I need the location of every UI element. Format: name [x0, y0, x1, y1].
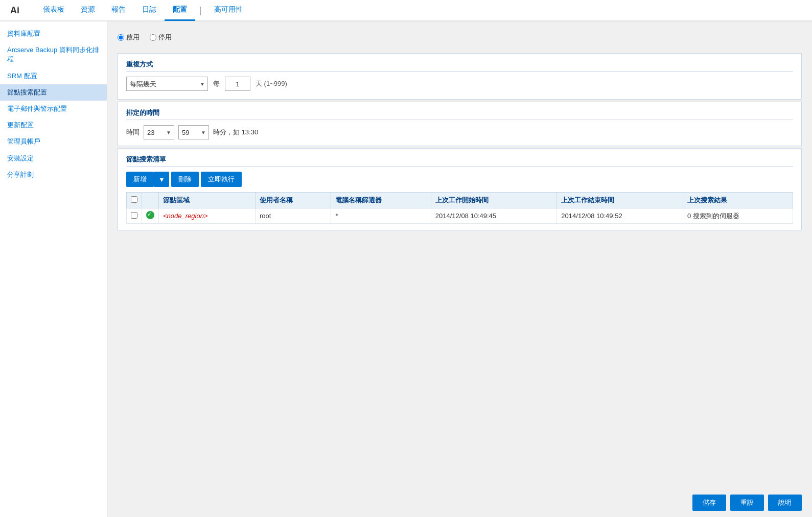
minute-select[interactable]: 59 0123 4567 891011 12131415 16171819 20… [178, 125, 209, 139]
nav-separator: | [195, 5, 206, 16]
row-username: root [256, 208, 331, 224]
reset-button[interactable]: 重設 [730, 495, 764, 511]
time-label: 時間 [126, 128, 140, 137]
table-header-row: 節點區域 使用者名稱 電腦名稱篩選器 上次工作開始時間 上次工作結束時間 上次搜… [127, 193, 793, 208]
nav-resource[interactable]: 資源 [73, 0, 103, 21]
time-example: 時分，如 13:30 [213, 128, 258, 137]
col-header-checkbox [127, 193, 142, 208]
col-header-username: 使用者名稱 [256, 193, 331, 208]
toolbar: 新增 ▼ 刪除 立即執行 [126, 172, 793, 187]
enable-radio-label[interactable]: 啟用 [118, 33, 140, 42]
schedule-section: 排定的時間 時間 23 0123 4567 891011 12131415 16… [118, 102, 802, 146]
col-header-status [142, 193, 159, 208]
add-button-label: 新增 [133, 175, 147, 184]
delete-button[interactable]: 刪除 [171, 172, 199, 187]
enable-radio[interactable] [118, 34, 124, 41]
row-checkbox-cell [127, 208, 142, 224]
nav-dashboard[interactable]: 儀表板 [35, 0, 73, 21]
add-dropdown-arrow[interactable]: ▼ [154, 172, 169, 187]
disable-radio-label[interactable]: 停用 [150, 33, 172, 42]
app-title: Ai [5, 5, 25, 16]
status-ok-icon [146, 211, 154, 219]
select-all-checkbox[interactable] [131, 196, 137, 203]
col-header-last-search-result: 上次搜索結果 [683, 193, 793, 208]
hour-select-wrapper: 23 0123 4567 891011 12131415 16171819 20… [144, 125, 174, 139]
sidebar-item-share-plan[interactable]: 分享計劃 [0, 167, 107, 183]
sidebar-item-srm-config[interactable]: SRM 配置 [0, 68, 107, 84]
minute-select-wrapper: 59 0123 4567 891011 12131415 16171819 20… [178, 125, 209, 139]
top-navigation: Ai 儀表板 資源 報告 日誌 配置 | 高可用性 [0, 0, 812, 21]
table-body: <node_region> root * 2014/12/08 10:49:45… [127, 208, 793, 224]
node-region-value: <node_region> [163, 212, 207, 220]
time-row: 時間 23 0123 4567 891011 12131415 16171819… [126, 125, 793, 139]
row-last-job-start: 2014/12/08 10:49:45 [431, 208, 557, 224]
recurrence-title: 重複方式 [126, 60, 793, 72]
sidebar-item-node-search[interactable]: 節點搜索配置 [0, 84, 107, 101]
add-button-group: 新增 ▼ [126, 172, 169, 187]
row-status-cell [142, 208, 159, 224]
sidebar-item-arcserve-backup[interactable]: Arcserve Backup 資料同步化排程 [0, 42, 107, 67]
schedule-title: 排定的時間 [126, 108, 793, 120]
row-node-region: <node_region> [159, 208, 256, 224]
recurrence-select-wrapper: 每隔幾天 每週 每月 ▼ [126, 77, 208, 91]
execute-button[interactable]: 立即執行 [201, 172, 242, 187]
recurrence-select[interactable]: 每隔幾天 每週 每月 [126, 77, 208, 91]
col-header-node-region: 節點區域 [159, 193, 256, 208]
hour-select[interactable]: 23 0123 4567 891011 12131415 16171819 20… [144, 125, 174, 139]
nav-ha[interactable]: 高可用性 [206, 0, 251, 21]
node-search-section: 節點搜索清單 新增 ▼ 刪除 立即執行 [118, 148, 802, 230]
delete-button-label: 刪除 [178, 175, 192, 184]
content-area: 啟用 停用 重複方式 每隔幾天 每週 每月 ▼ 每 [107, 21, 812, 517]
row-last-job-end: 2014/12/08 10:49:52 [557, 208, 683, 224]
sidebar-item-update-config[interactable]: 更新配置 [0, 117, 107, 133]
disable-radio[interactable] [150, 34, 156, 41]
enable-label: 啟用 [126, 33, 140, 42]
sidebar-item-install-settings[interactable]: 安裝設定 [0, 150, 107, 167]
col-header-domain-filter: 電腦名稱篩選器 [331, 193, 431, 208]
nav-report[interactable]: 報告 [103, 0, 134, 21]
sidebar-item-db-config[interactable]: 資料庫配置 [0, 26, 107, 42]
add-button[interactable]: 新增 [126, 172, 154, 187]
table-row: <node_region> root * 2014/12/08 10:49:45… [127, 208, 793, 224]
recurrence-row: 每隔幾天 每週 每月 ▼ 每 天 (1~999) [126, 77, 793, 91]
save-button[interactable]: 儲存 [692, 495, 726, 511]
row-checkbox[interactable] [131, 212, 137, 219]
col-header-last-job-end: 上次工作結束時間 [557, 193, 683, 208]
sidebar-item-email-alert[interactable]: 電子郵件與警示配置 [0, 101, 107, 117]
col-header-last-job-start: 上次工作開始時間 [431, 193, 557, 208]
bottom-bar: 儲存 重設 說明 [682, 488, 812, 517]
help-button[interactable]: 說明 [768, 495, 802, 511]
row-domain-filter: * [331, 208, 431, 224]
nav-config[interactable]: 配置 [165, 0, 195, 21]
execute-button-label: 立即執行 [208, 175, 235, 184]
interval-input[interactable] [225, 77, 250, 91]
unit-text: 天 (1~999) [256, 79, 287, 88]
enable-disable-row: 啟用 停用 [118, 30, 802, 47]
sidebar-item-admin-account[interactable]: 管理員帳戶 [0, 133, 107, 150]
sidebar: 資料庫配置 Arcserve Backup 資料同步化排程 SRM 配置 節點搜… [0, 21, 107, 517]
disable-label: 停用 [158, 33, 172, 42]
nav-journal[interactable]: 日誌 [134, 0, 165, 21]
node-search-table: 節點區域 使用者名稱 電腦名稱篩選器 上次工作開始時間 上次工作結束時間 上次搜… [126, 192, 793, 224]
row-last-search-result: 0 搜索到的伺服器 [683, 208, 793, 224]
main-layout: 資料庫配置 Arcserve Backup 資料同步化排程 SRM 配置 節點搜… [0, 21, 812, 517]
recurrence-section: 重複方式 每隔幾天 每週 每月 ▼ 每 天 (1~999) [118, 53, 802, 100]
add-dropdown-icon: ▼ [158, 176, 165, 183]
node-search-title: 節點搜索清單 [126, 155, 793, 167]
every-label: 每 [213, 79, 220, 88]
